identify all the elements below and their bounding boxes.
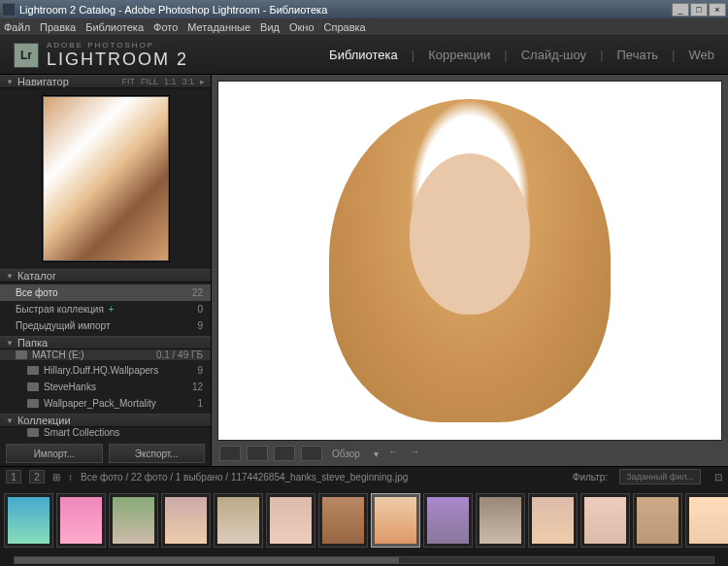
navigator-title: Навигатор — [17, 76, 69, 87]
folder-icon — [27, 399, 39, 408]
menu-Окно[interactable]: Окно — [289, 21, 314, 33]
navigator-preview[interactable] — [0, 88, 211, 269]
menu-Библиотека[interactable]: Библиотека — [85, 21, 144, 33]
collection-row[interactable]: Smart Collections — [0, 427, 211, 438]
maximize-button[interactable]: □ — [690, 3, 708, 17]
brand-line1: ADOBE PHOTOSHOP — [47, 41, 188, 50]
thumbnail[interactable] — [371, 493, 420, 548]
collection-label: Smart Collections — [44, 427, 119, 438]
window-title: Lightroom 2 Catalog - Adobe Photoshop Li… — [19, 4, 327, 16]
drive-icon — [16, 350, 27, 359]
thumbnail[interactable] — [528, 493, 578, 548]
menu-Метаданные[interactable]: Метаданные — [187, 21, 250, 33]
module-Коррекции[interactable]: Коррекции — [428, 48, 490, 62]
catalog-title: Каталог — [17, 270, 56, 282]
close-button[interactable]: × — [709, 3, 726, 17]
folder-item[interactable]: Hillary.Duff.HQ.Wallpapers9 — [0, 362, 211, 379]
folder-title: Папка — [17, 337, 48, 349]
thumbnail[interactable] — [4, 493, 53, 548]
page-2-button[interactable]: 2 — [29, 470, 45, 483]
zoom-more-icon[interactable]: ▸ — [200, 77, 205, 86]
filmstrip — [0, 486, 728, 554]
grid-view-button[interactable] — [219, 446, 241, 461]
thumbnail[interactable] — [109, 493, 158, 548]
catalog-item[interactable]: Быстрая коллекция +0 — [0, 301, 211, 317]
navigator-header[interactable]: ▼ Навигатор FITFILL1:13:1▸ — [0, 75, 211, 88]
lock-icon[interactable]: ⊡ — [714, 472, 722, 483]
logo-badge: Lr — [14, 43, 39, 68]
thumbnail[interactable] — [580, 493, 630, 548]
drive-meta: 0,1 / 49 ГБ — [156, 350, 203, 360]
filmstrip-scrollbar[interactable] — [0, 554, 728, 566]
folder-item[interactable]: SteveHanks12 — [0, 379, 211, 395]
page-1-button[interactable]: 1 — [6, 470, 21, 483]
folder-icon — [27, 383, 39, 391]
thumbnail[interactable] — [318, 493, 368, 548]
zoom-FILL[interactable]: FILL — [141, 77, 158, 86]
thumbnail[interactable] — [476, 493, 525, 548]
menu-Правка[interactable]: Правка — [40, 21, 76, 33]
zoom-3:1[interactable]: 3:1 — [182, 77, 194, 86]
disclosure-icon: ▼ — [6, 416, 14, 425]
thumbnail[interactable] — [685, 493, 728, 548]
folder-icon — [27, 366, 39, 375]
folder-item[interactable]: Wallpaper_Pack_Mortality1 — [0, 395, 211, 412]
filter-label: Фильтр: — [573, 472, 608, 483]
catalog-item[interactable]: Все фото22 — [0, 284, 211, 301]
prev-button[interactable]: ← — [388, 446, 404, 461]
grid-icon[interactable]: ⊞ — [52, 472, 60, 483]
drive-label: MATCH (E:) — [32, 350, 84, 360]
header: Lr ADOBE PHOTOSHOP LIGHTROOM 2 Библиотек… — [0, 36, 728, 75]
menu-Справка[interactable]: Справка — [324, 21, 366, 33]
next-button[interactable]: → — [410, 446, 425, 461]
export-button[interactable]: Экспорт... — [109, 444, 206, 463]
menu-Вид[interactable]: Вид — [260, 21, 280, 33]
drive-row[interactable]: MATCH (E:) 0,1 / 49 ГБ — [0, 350, 211, 360]
compare-view-button[interactable] — [274, 446, 295, 461]
catalog-item[interactable]: Предыдущий импорт9 — [0, 317, 211, 334]
status-text: Все фото / 22 фото / 1 выбрано / 1174426… — [81, 472, 408, 483]
thumbnail[interactable] — [266, 493, 315, 548]
loupe-view-button[interactable] — [247, 446, 268, 461]
dropdown-icon[interactable]: ▾ — [374, 449, 379, 459]
disclosure-icon: ▼ — [6, 272, 14, 281]
view-toolbar: Обзор ▾ ← → — [217, 441, 722, 466]
import-button[interactable]: Импорт... — [6, 444, 103, 463]
app-icon — [2, 3, 16, 17]
thumbnail[interactable] — [633, 493, 682, 548]
module-Слайд-шоу[interactable]: Слайд-шоу — [521, 48, 586, 62]
sort-icon[interactable]: ↕ — [68, 472, 73, 483]
catalog-header[interactable]: ▼ Каталог — [0, 269, 211, 283]
main-image[interactable] — [217, 81, 722, 441]
minimize-button[interactable]: _ — [672, 3, 689, 17]
menu-Фото[interactable]: Фото — [153, 21, 178, 33]
module-Печать[interactable]: Печать — [617, 48, 659, 62]
module-Библиотека[interactable]: Библиотека — [329, 48, 398, 62]
thumbnail[interactable] — [56, 493, 106, 548]
thumbnail[interactable] — [423, 493, 473, 548]
titlebar: Lightroom 2 Catalog - Adobe Photoshop Li… — [0, 0, 728, 18]
view-label: Обзор — [332, 449, 360, 459]
folder-icon — [27, 428, 39, 437]
filter-dropdown[interactable]: Заданный фил... — [619, 469, 701, 484]
thumbnail[interactable] — [161, 493, 211, 548]
menu-Файл[interactable]: Файл — [4, 21, 30, 33]
survey-view-button[interactable] — [301, 446, 322, 461]
center-panel: Обзор ▾ ← → — [212, 75, 728, 466]
brand-line2: LIGHTROOM 2 — [47, 50, 188, 70]
module-Web[interactable]: Web — [689, 48, 715, 62]
menubar: ФайлПравкаБиблиотекаФотоМетаданныеВидОкн… — [0, 18, 728, 36]
zoom-FIT[interactable]: FIT — [121, 77, 135, 86]
thumbnail[interactable] — [214, 493, 263, 548]
left-panel: ▼ Навигатор FITFILL1:13:1▸ ▼ Каталог Все… — [0, 75, 212, 466]
disclosure-icon: ▼ — [6, 339, 14, 348]
disclosure-icon: ▼ — [6, 78, 14, 86]
zoom-1:1[interactable]: 1:1 — [164, 77, 177, 86]
collections-header[interactable]: ▼ Коллекции — [0, 414, 211, 427]
module-picker: Библиотека|Коррекции|Слайд-шоу|Печать|We… — [329, 48, 714, 62]
collections-title: Коллекции — [17, 415, 71, 426]
footer: 1 2 ⊞ ↕ Все фото / 22 фото / 1 выбрано /… — [0, 466, 728, 566]
folder-header[interactable]: ▼ Папка — [0, 336, 211, 350]
